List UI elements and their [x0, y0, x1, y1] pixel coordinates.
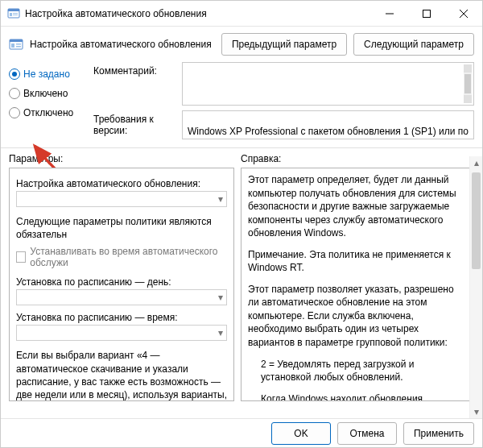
radio-disabled[interactable]: Отключено	[9, 107, 93, 118]
apply-button[interactable]: Применить	[403, 422, 474, 445]
requirements-value: Windows XP Professional с пакетом обновл…	[188, 126, 469, 139]
checkbox-label: Устанавливать во время автоматического о…	[30, 246, 227, 268]
parameters-heading: Параметры:	[9, 150, 241, 168]
scroll-up-icon: ▴	[470, 156, 482, 169]
cancel-button[interactable]: Отмена	[337, 422, 397, 445]
policy-icon	[9, 37, 23, 52]
svg-rect-11	[11, 44, 14, 48]
help-heading: Справка:	[241, 150, 474, 168]
requirements-label: Требования к версии:	[93, 110, 182, 136]
divider	[1, 147, 482, 148]
help-paragraph: Когда Windows находит обновления, примен…	[248, 392, 467, 401]
chevron-down-icon: ▾	[218, 292, 223, 303]
minimize-button[interactable]	[371, 1, 408, 27]
comment-row: Комментарий:	[93, 62, 474, 106]
schedule-day-label: Установка по расписанию — день:	[16, 276, 227, 288]
policy-note: Следующие параметры политики являются об…	[16, 215, 227, 241]
maximize-button[interactable]	[408, 1, 445, 27]
app-icon	[7, 7, 20, 20]
radio-enabled[interactable]: Включено	[9, 88, 93, 99]
setting-dropdown[interactable]: ▾	[16, 191, 227, 207]
svg-rect-6	[423, 10, 431, 17]
schedule-time-dropdown[interactable]: ▾	[16, 325, 227, 341]
svg-rect-2	[10, 13, 12, 16]
help-paragraph: 2 = Уведомлять перед загрузкой и установ…	[248, 358, 467, 384]
previous-setting-button[interactable]: Предыдущий параметр	[221, 33, 347, 56]
radio-icon	[9, 88, 20, 99]
radio-label: Не задано	[23, 68, 70, 80]
svg-rect-1	[8, 9, 19, 11]
textarea-scrollbar[interactable]	[464, 64, 472, 103]
state-radios: Не задано Включено Отключено	[9, 62, 93, 144]
svg-rect-13	[16, 46, 21, 48]
dialog-footer: OK Отмена Применить	[1, 418, 482, 447]
page-title: Настройка автоматического обновления	[30, 39, 215, 50]
scroll-down-icon: ▾	[470, 405, 482, 418]
chk-install-during-maintenance[interactable]: Устанавливать во время автоматического о…	[16, 246, 227, 268]
parameters-panel: Настройка автоматического обновления: ▾ …	[9, 168, 234, 401]
svg-rect-10	[10, 39, 23, 42]
radio-not-configured[interactable]: Не задано	[9, 68, 93, 80]
comment-textarea[interactable]	[182, 62, 474, 106]
close-button[interactable]	[445, 1, 482, 27]
help-paragraph: Этот параметр позволяет указать, разреше…	[248, 283, 467, 350]
lower-panels: Настройка автоматического обновления: ▾ …	[1, 168, 482, 401]
config-area: Не задано Включено Отключено Комментарий…	[1, 60, 482, 144]
radio-icon	[9, 107, 20, 118]
ok-button[interactable]: OK	[271, 422, 331, 445]
schedule-day-dropdown[interactable]: ▾	[16, 289, 227, 305]
radio-label: Включено	[23, 88, 68, 99]
panel-labels: Параметры: Справка:	[1, 150, 482, 168]
schedule-time-label: Установка по расписанию — время:	[16, 312, 227, 323]
header-row: Настройка автоматического обновления Пре…	[1, 27, 482, 60]
help-panel: Этот параметр определяет, будет ли данны…	[241, 168, 474, 401]
scroll-thumb[interactable]	[472, 172, 481, 269]
comment-label: Комментарий:	[93, 62, 182, 77]
titlebar: Настройка автоматического обновления	[1, 1, 482, 27]
svg-rect-12	[16, 44, 21, 45]
window-title: Настройка автоматического обновления	[25, 8, 207, 19]
setting-label: Настройка автоматического обновления:	[16, 178, 227, 189]
content-scrollbar[interactable]: ▴ ▾	[469, 156, 482, 418]
svg-rect-4	[13, 15, 18, 15]
window-buttons	[371, 1, 482, 27]
variant4-note: Если вы выбрали вариант «4 — автоматичес…	[16, 349, 227, 401]
requirements-text[interactable]: Windows XP Professional с пакетом обновл…	[182, 110, 474, 139]
next-setting-button[interactable]: Следующий параметр	[353, 33, 474, 56]
svg-rect-3	[13, 13, 18, 14]
help-paragraph: Примечание. Эта политика не применяется …	[248, 248, 467, 275]
checkbox-icon	[16, 251, 26, 263]
chevron-down-icon: ▾	[218, 193, 223, 205]
radio-label: Отключено	[23, 107, 73, 118]
meta-column: Комментарий: Требования к версии: Window…	[93, 62, 474, 144]
requirements-row: Требования к версии: Windows XP Professi…	[93, 110, 474, 139]
help-paragraph: Этот параметр определяет, будет ли данны…	[248, 173, 467, 240]
radio-icon	[9, 68, 20, 80]
chevron-down-icon: ▾	[218, 327, 223, 338]
